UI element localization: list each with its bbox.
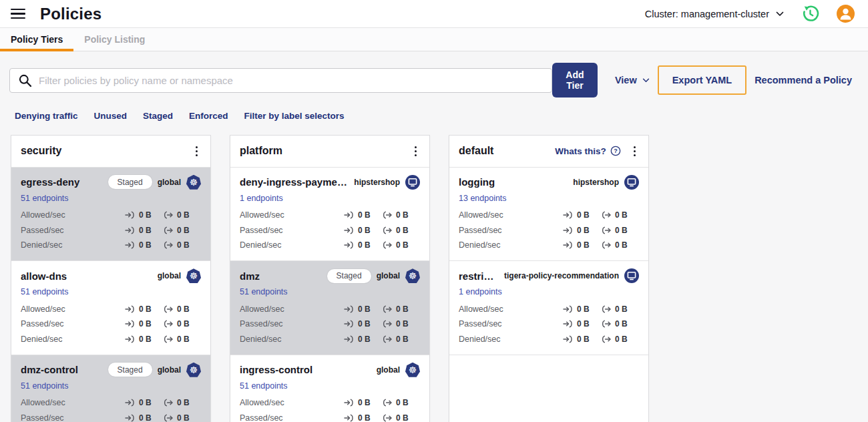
stat-label: Denied/sec (240, 240, 344, 250)
ingress-arrow-icon (125, 335, 136, 343)
tier-header: platform ? (230, 136, 429, 167)
stat-label: Allowed/sec (21, 210, 125, 220)
egress-value: 0 B (396, 240, 409, 250)
policy-card-header: dmz-control Staged global ☸ (21, 363, 201, 377)
export-yaml-button[interactable]: Export YAML (672, 75, 732, 85)
ingress-value: 0 B (139, 335, 152, 344)
policy-card-dmz-control[interactable]: dmz-control Staged global ☸ 51 endpoints… (11, 355, 210, 422)
ingress-arrow-icon (563, 226, 574, 234)
policy-card-logging[interactable]: logging hipstershop ☸ 13 endpoints Allow… (449, 167, 648, 261)
ingress-stat: 0 B (125, 319, 163, 329)
kubernetes-icon: ☸ (186, 268, 201, 283)
policy-card-ingress-control[interactable]: ingress-control global ☸ 51 endpoints Al… (230, 355, 429, 422)
stat-label: Denied/sec (21, 335, 125, 344)
policy-scope-label: hipstershop (573, 178, 619, 187)
policy-card-allow-dns[interactable]: allow-dns global ☸ 51 endpoints Allowed/… (11, 260, 210, 355)
recommend-policy-button[interactable]: Recommend a Policy (754, 75, 852, 85)
egress-value: 0 B (396, 226, 409, 235)
search-icon (18, 73, 32, 87)
ingress-stat: 0 B (125, 398, 163, 407)
ingress-value: 0 B (139, 240, 152, 250)
policy-stats: Allowed/sec0 B0 BPassed/sec0 B0 BDenied/… (459, 301, 639, 347)
search-box[interactable] (9, 68, 552, 93)
view-dropdown[interactable]: View (615, 75, 650, 85)
stat-label: Passed/sec (21, 413, 125, 422)
stat-row: Denied/sec0 B0 B (240, 331, 420, 347)
ingress-value: 0 B (358, 335, 371, 344)
ingress-value: 0 B (577, 210, 590, 220)
endpoints-link[interactable]: 51 endpoints (21, 194, 69, 203)
egress-value: 0 B (396, 210, 409, 220)
policy-scope-label: global (158, 271, 181, 280)
endpoints-link[interactable]: 1 endpoints (459, 287, 502, 296)
egress-arrow-icon (163, 335, 174, 343)
endpoints-link[interactable]: 51 endpoints (240, 381, 288, 391)
stat-label: Allowed/sec (459, 210, 563, 220)
stat-row: Allowed/sec0 B0 B (240, 395, 420, 411)
kubernetes-icon: ☸ (405, 268, 420, 283)
filter-by-label-selectors[interactable]: Filter by label selectors (244, 111, 345, 121)
stat-label: Passed/sec (21, 226, 125, 235)
user-avatar-icon[interactable] (837, 5, 855, 23)
chevron-down-icon (776, 11, 784, 17)
filter-unused[interactable]: Unused (94, 111, 128, 121)
kebab-menu-icon[interactable] (192, 144, 201, 159)
stat-label: Allowed/sec (21, 304, 125, 314)
ingress-stat: 0 B (125, 413, 163, 422)
ingress-stat: 0 B (125, 304, 163, 314)
tier-policies: logging hipstershop ☸ 13 endpoints Allow… (449, 167, 648, 422)
policy-card-header: deny-ingress-paymentservi… hipstershop ☸ (240, 175, 420, 190)
policy-card-restricted[interactable]: restricted tigera-policy-recommendation … (449, 260, 648, 355)
endpoints-link[interactable]: 51 endpoints (21, 287, 69, 296)
stat-row: Passed/sec0 B0 B (240, 316, 420, 332)
policy-card-dmz[interactable]: dmz Staged global ☸ 51 endpoints Allowed… (230, 260, 429, 355)
endpoints-link[interactable]: 51 endpoints (240, 287, 288, 296)
filter-enforced[interactable]: Enforced (189, 111, 228, 121)
whats-this-link[interactable]: Whats this? ? (555, 146, 621, 156)
policy-name: egress-deny (21, 176, 103, 188)
ingress-arrow-icon (344, 241, 355, 249)
kebab-menu-icon[interactable] (630, 144, 639, 159)
egress-arrow-icon (382, 399, 393, 407)
egress-value: 0 B (396, 304, 409, 314)
quick-filters: Denying traffic Unused Staged Enforced F… (0, 97, 868, 121)
cluster-selector[interactable]: Cluster: management-cluster (645, 9, 784, 19)
stat-row: Allowed/sec0 B0 B (21, 395, 201, 411)
egress-value: 0 B (177, 413, 190, 422)
policy-card-header: dmz Staged global ☸ (240, 268, 420, 283)
page-title: Policies (40, 5, 101, 23)
history-icon[interactable] (801, 5, 819, 23)
egress-arrow-icon (382, 241, 393, 249)
egress-stat: 0 B (601, 335, 639, 344)
endpoints-link[interactable]: 13 endpoints (459, 194, 507, 203)
add-tier-button[interactable]: Add Tier (552, 63, 598, 97)
egress-stat: 0 B (601, 226, 639, 235)
policy-card-egress-deny[interactable]: egress-deny Staged global ☸ 51 endpoints… (11, 167, 210, 261)
svg-text:?: ? (614, 148, 618, 155)
egress-value: 0 B (177, 240, 190, 250)
search-input[interactable] (39, 75, 544, 86)
tier-policies: deny-ingress-paymentservi… hipstershop ☸… (230, 167, 429, 422)
filter-staged[interactable]: Staged (143, 111, 173, 121)
stat-row: Allowed/sec0 B0 B (21, 301, 201, 316)
endpoints-link[interactable]: 51 endpoints (21, 381, 69, 391)
ingress-value: 0 B (358, 398, 371, 407)
policy-card-deny-ingress-paymentservi[interactable]: deny-ingress-paymentservi… hipstershop ☸… (230, 167, 429, 261)
tab-policy-tiers[interactable]: Policy Tiers (0, 28, 73, 51)
endpoints-link[interactable]: 1 endpoints (240, 194, 283, 203)
stat-row: Denied/sec0 B0 B (240, 238, 420, 253)
ingress-arrow-icon (344, 305, 355, 313)
kebab-menu-icon[interactable] (411, 144, 420, 159)
egress-arrow-icon (163, 226, 174, 234)
stat-row: Passed/sec0 B0 B (459, 316, 639, 332)
ingress-stat: 0 B (125, 335, 163, 344)
tab-policy-listing[interactable]: Policy Listing (73, 28, 156, 51)
policy-name: allow-dns (21, 270, 152, 282)
filter-denying-traffic[interactable]: Denying traffic (15, 111, 78, 121)
egress-value: 0 B (177, 319, 190, 329)
ingress-arrow-icon (344, 414, 355, 422)
hamburger-icon[interactable] (9, 6, 27, 22)
policy-stats: Allowed/sec0 B0 BPassed/sec0 B0 BDenied/… (459, 208, 639, 253)
egress-arrow-icon (601, 335, 612, 343)
ingress-stat: 0 B (563, 210, 601, 220)
